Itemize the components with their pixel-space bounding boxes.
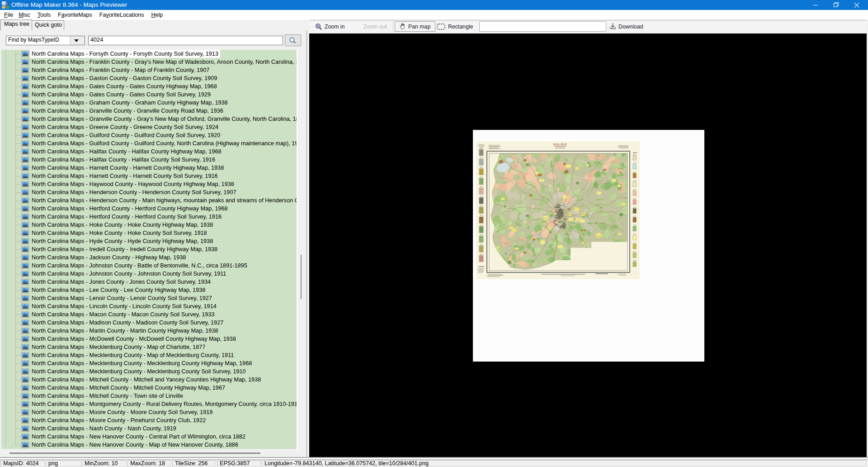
svg-text:SOIL MAP: SOIL MAP: [553, 143, 567, 145]
